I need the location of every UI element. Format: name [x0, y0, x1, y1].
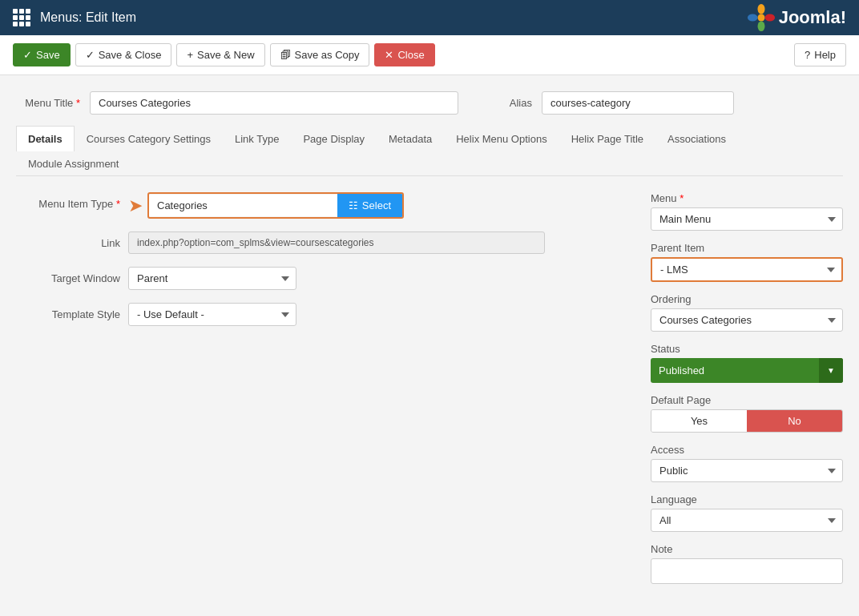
target-window-select[interactable]: Parent New Window Popup: [128, 267, 296, 290]
status-select-container: Published Unpublished Trashed: [651, 358, 843, 383]
access-field: Access Public Guest Registered Special S…: [651, 444, 843, 482]
tab-helix-page-title[interactable]: Helix Page Title: [559, 126, 655, 151]
save-copy-button[interactable]: 🗐 Save as Copy: [270, 43, 370, 66]
ordering-field: Ordering Courses Categories: [651, 293, 843, 332]
yes-button[interactable]: Yes: [651, 410, 747, 432]
help-icon: ?: [805, 49, 810, 61]
details-right: Menu Main Menu Parent Item - LMS No Pare…: [651, 192, 843, 595]
close-button[interactable]: ✕ Close: [374, 43, 434, 66]
access-label: Access: [651, 444, 843, 456]
svg-point-0: [757, 14, 764, 22]
ordering-select[interactable]: Courses Categories: [651, 308, 843, 332]
alias-label: Alias: [468, 97, 532, 109]
save-new-label: Save & New: [197, 49, 255, 61]
save-close-label: Save & Close: [99, 49, 162, 61]
joomla-logo-text: Joomla!: [779, 7, 846, 28]
save-label: Save: [36, 49, 60, 61]
form-title-row: Menu Title Alias: [16, 91, 843, 115]
tabs-bar: Details Courses Category Settings Link T…: [16, 126, 843, 176]
joomla-flower-icon: [747, 3, 776, 32]
grid-menu-icon[interactable]: [13, 9, 30, 26]
menu-select[interactable]: Main Menu: [651, 207, 843, 231]
top-bar-left: Menus: Edit Item: [13, 9, 136, 26]
arrow-indicator: ➤: [128, 195, 143, 216]
ordering-label: Ordering: [651, 293, 843, 305]
menu-item-type-container: Categories ☷ Select: [147, 192, 404, 219]
svg-point-4: [748, 14, 758, 22]
tab-module-assignment[interactable]: Module Assignment: [16, 151, 131, 176]
access-dropdown-wrapper: Public Guest Registered Special Super Us…: [651, 459, 843, 482]
status-select[interactable]: Published Unpublished Trashed: [651, 358, 843, 383]
select-label: Select: [362, 199, 391, 211]
target-window-row: Target Window Parent New Window Popup: [16, 267, 631, 290]
parent-item-select[interactable]: - LMS No Parent: [651, 257, 843, 282]
details-panel: Menu Item Type ➤ Categories ☷ Select Lin…: [16, 192, 843, 595]
tab-courses-category-settings[interactable]: Courses Category Settings: [75, 126, 223, 151]
toolbar-right: ? Help: [794, 43, 846, 66]
menu-field: Menu Main Menu: [651, 192, 843, 231]
save-close-icon: ✓: [86, 49, 95, 61]
svg-point-2: [764, 14, 775, 22]
status-label: Status: [651, 343, 843, 355]
parent-item-field: Parent Item - LMS No Parent: [651, 242, 843, 282]
template-style-label: Template Style: [16, 303, 120, 320]
menu-label: Menu: [651, 192, 843, 204]
tab-link-type[interactable]: Link Type: [223, 126, 291, 151]
status-field: Status Published Unpublished Trashed: [651, 343, 843, 383]
link-row: Link: [16, 232, 631, 254]
yes-no-toggle: Yes No: [651, 409, 843, 433]
note-input[interactable]: [651, 558, 843, 584]
language-select[interactable]: All: [651, 509, 843, 532]
menu-title-input[interactable]: [90, 91, 458, 115]
close-icon: ✕: [385, 49, 393, 61]
tab-helix-menu-options[interactable]: Helix Menu Options: [444, 126, 559, 151]
tab-details[interactable]: Details: [16, 126, 75, 151]
template-style-field: - Use Default -: [128, 303, 631, 326]
joomla-logo: Joomla!: [747, 3, 846, 32]
svg-point-1: [757, 4, 764, 14]
ordering-dropdown-wrapper: Courses Categories: [651, 308, 843, 332]
main-content: Menu Title Alias Details Courses Categor…: [0, 75, 859, 611]
no-button[interactable]: No: [747, 410, 842, 432]
select-type-button[interactable]: ☷ Select: [337, 194, 402, 217]
alias-input[interactable]: [542, 91, 734, 115]
toolbar: ✓ Save ✓ Save & Close + Save & New 🗐 Sav…: [0, 35, 859, 75]
target-window-dropdown-wrapper: Parent New Window Popup: [128, 267, 296, 290]
help-button[interactable]: ? Help: [794, 43, 846, 66]
tab-associations[interactable]: Associations: [655, 126, 738, 151]
default-page-label: Default Page: [651, 394, 843, 406]
template-style-dropdown-wrapper: - Use Default -: [128, 303, 296, 326]
language-field: Language All: [651, 493, 843, 532]
save-copy-icon: 🗐: [280, 49, 291, 61]
menu-item-type-label: Menu Item Type: [16, 192, 120, 210]
tab-page-display[interactable]: Page Display: [291, 126, 377, 151]
top-bar: Menus: Edit Item Joomla!: [0, 0, 859, 35]
language-dropdown-wrapper: All: [651, 509, 843, 532]
parent-item-dropdown-wrapper: - LMS No Parent: [651, 257, 843, 282]
link-field-container: [128, 232, 631, 254]
save-button[interactable]: ✓ Save: [13, 43, 71, 66]
tab-metadata[interactable]: Metadata: [377, 126, 444, 151]
template-style-row: Template Style - Use Default -: [16, 303, 631, 326]
menu-item-type-field: ➤ Categories ☷ Select: [128, 192, 631, 219]
parent-item-label: Parent Item: [651, 242, 843, 254]
save-new-icon: +: [187, 49, 193, 61]
note-label: Note: [651, 543, 843, 555]
target-window-label: Target Window: [16, 267, 120, 284]
save-new-button[interactable]: + Save & New: [176, 43, 264, 66]
save-close-button[interactable]: ✓ Save & Close: [75, 43, 172, 66]
close-label: Close: [397, 49, 424, 61]
menu-title-label: Menu Title: [16, 97, 80, 109]
menu-item-type-row: Menu Item Type ➤ Categories ☷ Select: [16, 192, 631, 219]
toolbar-buttons: ✓ Save ✓ Save & Close + Save & New 🗐 Sav…: [13, 43, 435, 66]
page-title: Menus: Edit Item: [40, 10, 136, 25]
details-left: Menu Item Type ➤ Categories ☷ Select Lin…: [16, 192, 631, 595]
menu-item-type-value: Categories: [149, 195, 337, 216]
link-label: Link: [16, 232, 120, 249]
save-copy-label: Save as Copy: [295, 49, 360, 61]
note-field: Note: [651, 543, 843, 584]
target-window-field: Parent New Window Popup: [128, 267, 631, 290]
template-style-select[interactable]: - Use Default -: [128, 303, 296, 326]
link-input: [128, 232, 545, 254]
access-select[interactable]: Public Guest Registered Special Super Us…: [651, 459, 843, 482]
